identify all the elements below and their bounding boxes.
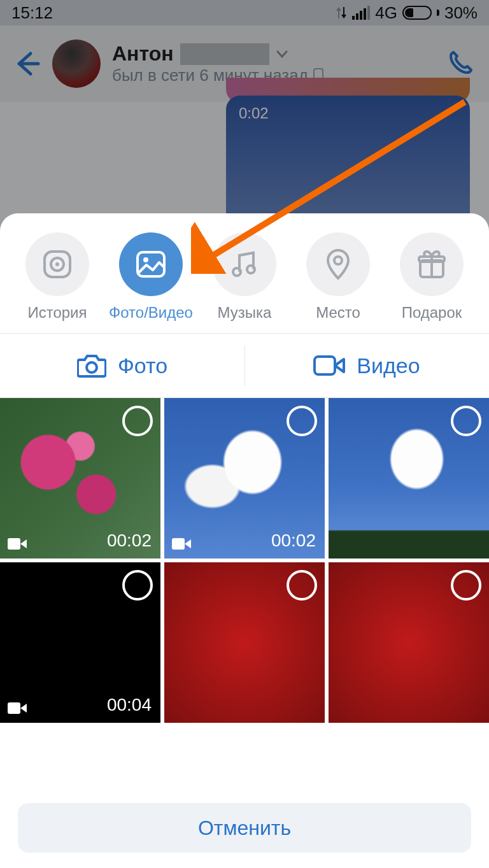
video-badge [8, 537, 27, 551]
video-camera-icon [8, 701, 27, 715]
data-updown-icon [336, 6, 347, 20]
svg-point-13 [247, 266, 255, 273]
select-circle[interactable] [287, 406, 317, 436]
svg-point-9 [55, 262, 59, 266]
attach-label: Музыка [218, 304, 272, 322]
svg-rect-2 [360, 11, 362, 20]
svg-rect-1 [356, 13, 358, 20]
attach-place[interactable]: Место [294, 232, 383, 322]
svg-rect-21 [8, 702, 20, 714]
svg-rect-4 [367, 6, 370, 20]
svg-rect-20 [172, 538, 185, 550]
select-circle[interactable] [451, 406, 481, 436]
svg-rect-19 [8, 538, 20, 550]
svg-point-12 [233, 268, 241, 276]
signal-icon [352, 6, 370, 20]
gallery-thumb[interactable]: 00:02 [164, 398, 325, 559]
attach-label: История [27, 304, 87, 322]
gallery-thumb[interactable] [329, 562, 489, 723]
camera-icon [77, 353, 106, 378]
video-camera-icon [8, 537, 27, 551]
back-button[interactable] [13, 50, 41, 78]
svg-rect-3 [364, 8, 366, 20]
video-badge [172, 537, 191, 551]
status-time: 15:12 [11, 3, 53, 23]
location-pin-icon [324, 248, 352, 281]
video-badge [8, 701, 27, 715]
svg-point-11 [143, 257, 148, 262]
gallery-thumb[interactable] [164, 562, 325, 723]
svg-point-17 [87, 362, 97, 373]
attach-story[interactable]: История [13, 232, 102, 322]
status-bar: 15:12 4G 30% [0, 0, 489, 25]
avatar[interactable] [52, 39, 101, 88]
subtab-label: Видео [357, 353, 420, 378]
select-circle[interactable] [122, 406, 153, 436]
gallery-thumb[interactable]: 00:04 [0, 562, 160, 723]
chevron-down-icon [276, 48, 288, 60]
svg-rect-0 [352, 16, 355, 20]
gallery-thumb[interactable] [329, 398, 489, 559]
image-icon [134, 247, 168, 281]
attach-gift[interactable]: Подарок [387, 232, 476, 322]
battery-icon [402, 6, 439, 20]
select-circle[interactable] [451, 570, 481, 601]
attach-label: Место [316, 304, 360, 322]
call-button[interactable] [446, 47, 476, 80]
chat-name: Антон [112, 42, 174, 66]
chat-name-redacted [180, 43, 269, 65]
subtab-row: Фото Видео [0, 334, 489, 397]
subtab-label: Фото [118, 353, 167, 378]
thumb-duration: 00:02 [107, 530, 152, 551]
attach-photo-video[interactable]: Фото/Видео [106, 232, 195, 322]
network-label: 4G [375, 3, 397, 23]
cancel-button[interactable]: Отменить [18, 803, 471, 853]
cancel-label: Отменить [198, 816, 291, 840]
video-camera-icon [172, 537, 191, 551]
story-icon [41, 248, 74, 281]
gift-icon [415, 248, 448, 281]
battery-pct: 30% [444, 3, 478, 23]
svg-rect-18 [315, 357, 335, 374]
select-circle[interactable] [287, 570, 317, 601]
select-circle[interactable] [122, 570, 153, 601]
gallery: 00:02 00:02 00:04 [0, 398, 489, 792]
attach-sheet: История Фото/Видео Музыка [0, 213, 489, 868]
attach-music[interactable]: Музыка [200, 232, 289, 322]
gallery-thumb[interactable]: 00:02 [0, 398, 160, 559]
thumb-duration: 00:02 [271, 530, 316, 551]
attach-label: Фото/Видео [109, 304, 193, 322]
attach-label: Подарок [402, 304, 462, 322]
chat-message-duration: 0:02 [239, 104, 269, 122]
attach-type-row: История Фото/Видео Музыка [0, 213, 489, 333]
status-right: 4G 30% [336, 3, 478, 23]
thumb-duration: 00:04 [107, 695, 152, 715]
svg-point-14 [334, 257, 342, 264]
subtab-photo[interactable]: Фото [0, 334, 244, 397]
music-icon [228, 248, 261, 281]
subtab-video[interactable]: Видео [244, 334, 489, 397]
video-icon [313, 354, 345, 377]
